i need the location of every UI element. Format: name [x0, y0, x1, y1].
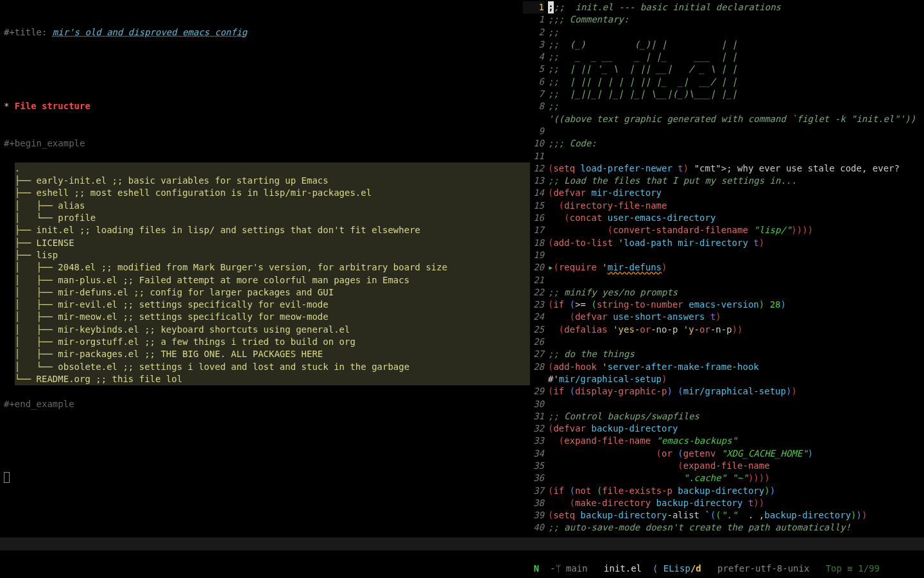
cursor-left: [4, 472, 10, 483]
code-line[interactable]: 14(defvar mir-directory: [523, 187, 924, 199]
code-line[interactable]: 4;; _ _ __ _ | |_ ___ | |: [523, 51, 924, 63]
code-line[interactable]: 21: [523, 274, 924, 286]
code-line[interactable]: 22;; minify yes/no prompts: [523, 286, 924, 299]
code-line[interactable]: 26: [523, 336, 924, 348]
code-line[interactable]: 13;; Load the files that I put my settin…: [523, 175, 924, 187]
code-line[interactable]: 5;; | || '_ \ | || __| / _ \ | |: [523, 63, 924, 75]
code-line[interactable]: 36 ".cache" "~")))): [523, 472, 924, 484]
begin-example: #+begin_example: [4, 138, 85, 148]
heading-1: * File structure: [4, 100, 519, 112]
left-pane[interactable]: #+title: mir's old and disproved emacs c…: [0, 0, 523, 533]
code-line[interactable]: 38 (make-directory backup-directory t)): [523, 497, 924, 509]
code-line[interactable]: 11: [523, 150, 924, 162]
right-pane[interactable]: 1;;; init.el --- basic initial declarati…: [523, 0, 924, 533]
code-line[interactable]: 33 (expand-file-name "emacs-backups": [523, 435, 924, 447]
code-line[interactable]: 35 (expand-file-name: [523, 460, 924, 472]
code-line[interactable]: '((above text graphic generated with com…: [523, 113, 924, 125]
major-mode: ELisp: [663, 563, 690, 574]
code-line[interactable]: 39(setq backup-directory-alist `(("." . …: [523, 509, 924, 521]
code-line[interactable]: 30: [523, 398, 924, 410]
position: Top ≡ 1/99: [809, 563, 880, 574]
code-line[interactable]: 17 (convert-standard-filename "lisp/")))…: [523, 224, 924, 236]
code-line[interactable]: 1;;; init.el --- basic initial declarati…: [523, 1, 924, 13]
code-line[interactable]: 23(if (>= (string-to-number emacs-versio…: [523, 299, 924, 311]
code-line[interactable]: 15 (directory-file-name: [523, 200, 924, 212]
code-line[interactable]: 1;;; Commentary:: [523, 13, 924, 26]
code-line[interactable]: 3;; (_) (_)| | | |: [523, 39, 924, 51]
code-line[interactable]: 31;; Control backups/swapfiles: [523, 410, 924, 423]
buffer-name: init.el: [604, 563, 642, 574]
code-line[interactable]: #'mir/graphical-setup): [523, 373, 924, 385]
end-example: #+end_example: [4, 399, 74, 409]
modeline-active: N -ᛘ main init.el ⟨ ELisp/d prefer-utf-8…: [0, 550, 924, 563]
code-line[interactable]: 19: [523, 249, 924, 261]
modified-indicator: /d: [690, 563, 701, 574]
title-value: mir's old and disproved emacs config: [53, 27, 247, 37]
cursor-right: ;: [548, 1, 554, 13]
encoding: prefer-utf-8-unix: [701, 563, 810, 574]
code-line[interactable]: 12(setq load-prefer-newer t) "cmt">; why…: [523, 162, 924, 175]
code-line[interactable]: 18(add-to-list 'load-path mir-directory …: [523, 237, 924, 249]
code-line[interactable]: 6;; | || | | | | || |_ _| __/ | |: [523, 76, 924, 88]
code-line[interactable]: 25 (defalias 'yes-or-no-p 'y-or-n-p)): [523, 324, 924, 336]
code-line[interactable]: 28(add-hook 'server-after-make-frame-hoo…: [523, 361, 924, 373]
code-line[interactable]: 8;;: [523, 100, 924, 112]
code-line[interactable]: 37(if (not (file-exists-p backup-directo…: [523, 485, 924, 497]
code-line[interactable]: 16 (concat user-emacs-directory: [523, 212, 924, 224]
code-line[interactable]: 32(defvar backup-directory: [523, 423, 924, 435]
example-block: . ├── early-init.el ;; basic variables f…: [15, 162, 530, 385]
code-line[interactable]: 24 (defvar use-short-answers t): [523, 311, 924, 323]
title-keyword: #+title:: [4, 27, 53, 37]
code-line[interactable]: 40;; auto-save-mode doesn't create the p…: [523, 521, 924, 534]
code-line[interactable]: 10;;; Code:: [523, 137, 924, 150]
modeline-inactive: [0, 538, 924, 550]
vc-indicator: -ᛘ main: [550, 563, 588, 574]
code-line[interactable]: 2;;: [523, 26, 924, 39]
code-line[interactable]: 9: [523, 125, 924, 137]
code-line[interactable]: 29(if (display-graphic-p) (mir/graphical…: [523, 385, 924, 398]
code-line[interactable]: 20▸(require 'mir-defuns): [523, 261, 924, 274]
code-line[interactable]: 34 (or (getenv "XDG_CACHE_HOME"): [523, 448, 924, 460]
code-line[interactable]: 7;; |_||_| |_| |_| \__|(_)\___| |_|: [523, 88, 924, 100]
org-title-line: #+title: mir's old and disproved emacs c…: [4, 26, 519, 39]
code-line[interactable]: 27;; do the things: [523, 348, 924, 360]
